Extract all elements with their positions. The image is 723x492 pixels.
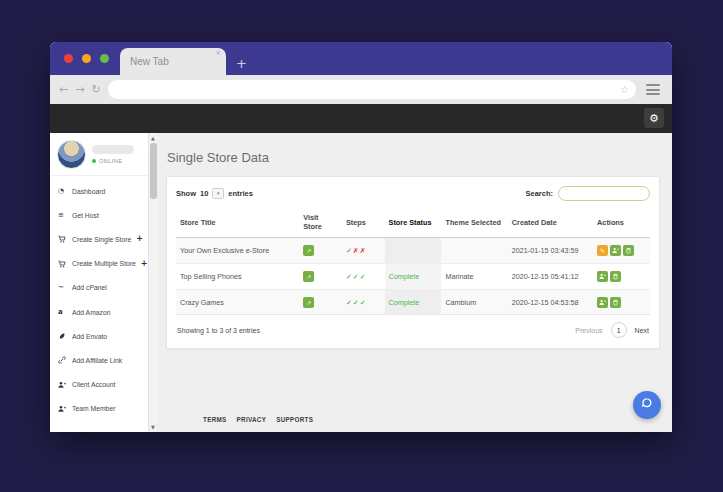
delete-button[interactable] [623,245,634,256]
user-plus-icon [58,381,67,389]
browser-tab-bar: New Tab × + [50,42,672,75]
page-length-select[interactable]: ▾ [212,188,224,199]
main-content: Single Store Data Show 10 ▾ entries Sear… [157,133,672,432]
sidebar-item-label: Dashboard [72,188,105,195]
sidebar-item-label: Client Account [72,381,115,388]
browser-toolbar: ← → ↻ ☆ [50,75,672,104]
delete-button[interactable] [610,297,621,308]
sidebar-item-create-single-store[interactable]: Create Single Store + [50,227,148,251]
sidebar-item-label: Team Member [72,405,115,412]
link-icon [58,356,67,364]
assign-client-button[interactable] [597,297,608,308]
store-status-cell [385,238,442,264]
cpanel-icon: ~ [58,284,67,291]
sidebar-scrollbar[interactable]: ▲ ▼ [148,133,157,432]
store-title-cell: Top Selling Phones [176,264,299,290]
chat-widget-button[interactable] [633,391,661,419]
edit-button[interactable]: ✎ [597,245,608,256]
sidebar-item-dashboard[interactable]: ◔ Dashboard [50,179,148,203]
sidebar-item-create-multiple-store[interactable]: Create Multiple Store + [50,252,148,276]
created-date-cell: 2020-12-15 05:41:12 [508,264,593,290]
pagination-page-1[interactable]: 1 [611,322,627,338]
maximize-window-button[interactable] [100,54,109,63]
sidebar: ONLINE ◔ Dashboard ≡ Get Host Cre [50,133,148,432]
forward-icon[interactable]: → [75,84,84,95]
sidebar-item-add-envato[interactable]: Add Envato [50,324,148,348]
column-header-created-date[interactable]: Created Date [508,208,593,238]
browser-menu-icon[interactable] [646,84,660,95]
step-check-icon: ✓ [353,299,359,307]
address-bar[interactable]: ☆ [108,80,636,99]
pagination-previous[interactable]: Previous [575,327,602,334]
user-plus-icon [58,405,67,413]
table-row: Top Selling Phones ↗ ✓✓✓ Complete Marina… [176,264,650,290]
sidebar-item-get-host[interactable]: ≡ Get Host [50,203,148,227]
column-header-theme-selected[interactable]: Theme Selected [441,208,507,238]
browser-tab[interactable]: New Tab × [120,48,226,75]
table-controls: Show 10 ▾ entries Search: [176,186,650,201]
footer-link-supports[interactable]: SUPPORTS [276,416,313,423]
reload-icon[interactable]: ↻ [91,84,100,95]
store-status-cell: Complete [385,264,442,290]
column-header-visit-store[interactable]: Visit Store [299,208,342,238]
sidebar-menu: ◔ Dashboard ≡ Get Host Create Single Sto… [50,176,148,421]
scroll-up-icon[interactable]: ▲ [151,133,155,143]
settings-gear-icon[interactable]: ⚙ [644,108,664,128]
bookmark-star-icon[interactable]: ☆ [620,85,629,95]
show-label: Show [176,189,196,198]
envato-leaf-icon [58,332,67,340]
sidebar-item-label: Create Multiple Store [72,260,136,267]
store-title-cell: Crazy Games [176,290,299,316]
sidebar-item-client-account[interactable]: Client Account [50,373,148,397]
sidebar-item-team-member[interactable]: Team Member [50,397,148,421]
browser-window: New Tab × + ← → ↻ ☆ ⚙ ONLINE [50,42,672,432]
step-check-icon: ✓ [360,273,366,281]
sidebar-item-add-cpanel[interactable]: ~ Add cPanel [50,276,148,300]
sidebar-item-add-amazon[interactable]: a Add Amazon [50,300,148,324]
back-icon[interactable]: ← [59,84,68,95]
assign-client-button[interactable] [610,245,621,256]
assign-client-button[interactable] [597,271,608,282]
theme-cell: Marinate [441,264,507,290]
pagination-next[interactable]: Next [635,327,649,334]
step-check-icon: ✓ [346,247,352,255]
tab-close-icon[interactable]: × [215,50,221,57]
column-header-store-status[interactable]: Store Status [385,208,442,238]
table-summary: Showing 1 to 3 of 3 entries [177,327,260,334]
scrollbar-thumb[interactable] [150,143,157,199]
scroll-down-icon[interactable]: ▼ [151,422,155,432]
minimize-window-button[interactable] [82,54,91,63]
expand-plus-icon[interactable]: + [136,235,143,243]
step-check-icon: ✓ [353,273,359,281]
delete-button[interactable] [610,271,621,282]
table-row: Your Own Exclusive e-Store ↗ ✓✗✗ 2021-01… [176,238,650,264]
search-control: Search: [525,186,650,201]
column-header-actions[interactable]: Actions [593,208,650,238]
close-window-button[interactable] [64,54,73,63]
expand-plus-icon[interactable]: + [141,260,148,268]
created-date-cell: 2021-01-15 03:43:59 [508,238,593,264]
footer-link-privacy[interactable]: PRIVACY [237,416,267,423]
visit-store-button[interactable]: ↗ [303,271,314,282]
online-status-dot [92,159,96,163]
avatar [57,140,86,169]
visit-store-button[interactable]: ↗ [303,245,314,256]
data-table-card: Show 10 ▾ entries Search: Store Title [166,176,660,349]
sidebar-item-add-affiliate-link[interactable]: Add Affiliate Link [50,348,148,372]
get-host-icon: ≡ [58,212,67,219]
search-input[interactable] [558,186,650,201]
store-title-cell: Your Own Exclusive e-Store [176,238,299,264]
footer-link-terms[interactable]: TERMS [203,416,227,423]
column-header-store-title[interactable]: Store Title [176,208,299,238]
sidebar-item-label: Add Amazon [72,309,111,316]
theme-cell [441,238,507,264]
app-content: ONLINE ◔ Dashboard ≡ Get Host Cre [50,133,672,432]
step-check-icon: ✓ [346,299,352,307]
sidebar-item-label: Add Affiliate Link [72,357,122,364]
column-header-steps[interactable]: Steps [342,208,385,238]
new-tab-button[interactable]: + [236,57,247,70]
visit-store-button[interactable]: ↗ [303,297,314,308]
page-title: Single Store Data [167,150,660,165]
window-controls [64,54,109,63]
sidebar-item-label: Create Single Store [72,236,131,243]
